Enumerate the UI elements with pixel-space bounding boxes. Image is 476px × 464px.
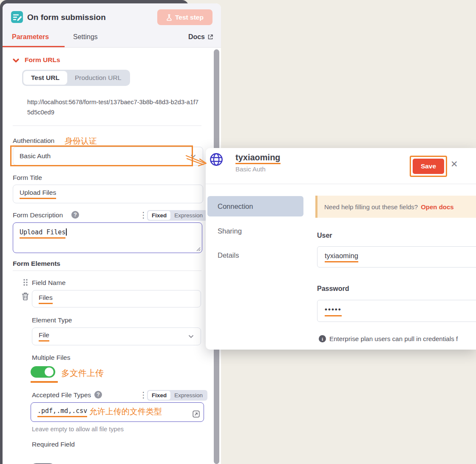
expression-expand-icon[interactable] [193, 410, 200, 418]
credential-name-text: tyxiaoming [235, 153, 280, 164]
drag-handle-icon[interactable] [23, 279, 28, 286]
select-chevron-icon [188, 335, 194, 338]
field-name-value: Files [39, 294, 53, 304]
tab-sharing[interactable]: Sharing [218, 227, 242, 235]
form-description-label: Form Description [13, 211, 63, 219]
form-elements-heading: Form Elements [13, 260, 60, 268]
form-title-value: Upload Files [20, 189, 56, 199]
divider [13, 125, 201, 126]
test-url-tab[interactable]: Test URL [23, 71, 67, 85]
modal-header-divider [206, 184, 476, 184]
field-name-input[interactable]: Files [32, 290, 201, 307]
required-field-label: Required Field [32, 441, 75, 448]
authentication-select[interactable]: Basic Auth [13, 147, 203, 165]
active-tab-underline [3, 46, 65, 47]
open-docs-link[interactable]: Open docs [421, 203, 454, 211]
divider [13, 270, 201, 271]
mode-fixed[interactable]: Fixed [148, 211, 170, 220]
credential-type: Basic Auth [235, 165, 266, 173]
field-name-label: Field Name [32, 279, 65, 287]
mode-expression[interactable]: Expression [170, 391, 207, 400]
save-button[interactable]: Save [413, 159, 444, 174]
element-type-select[interactable]: File [32, 327, 201, 345]
flask-icon [166, 14, 172, 21]
select-chevron-icon [190, 154, 196, 158]
tab-parameters[interactable]: Parameters [12, 33, 49, 41]
docs-link[interactable]: Docs [188, 33, 213, 41]
form-node-icon [10, 10, 24, 24]
form-description-value: Upload Files [20, 228, 65, 239]
authentication-label: Authentication [13, 137, 54, 145]
enterprise-note-text: Enterprise plan users can pull in creden… [329, 335, 458, 342]
accepted-types-mode-switch: Fixed Expression [147, 390, 207, 401]
multiple-files-label: Multiple Files [32, 354, 70, 362]
multiple-files-toggle[interactable] [31, 366, 55, 378]
element-type-value: File [39, 331, 49, 342]
node-settings-panel: On form submission Test step Parameters … [3, 3, 221, 464]
kebab-menu-icon[interactable]: ⋮ [139, 391, 147, 399]
mode-fixed[interactable]: Fixed [148, 391, 170, 400]
url-type-switch: Test URL Production URL [22, 70, 130, 86]
credential-name: tyxiaoming [235, 153, 280, 162]
multiple-files-annotation-underline [31, 381, 58, 383]
tab-details[interactable]: Details [218, 251, 239, 259]
collapse-chevron-icon[interactable] [13, 58, 19, 63]
mode-expression[interactable]: Expression [170, 211, 207, 220]
node-title: On form submission [27, 13, 106, 22]
resize-handle-icon[interactable] [196, 247, 201, 251]
accepted-file-types-value: .pdf,.md,.csv [37, 407, 87, 417]
user-value: tyxiaoming [325, 252, 358, 262]
panel-header: On form submission Test step Parameters … [3, 3, 221, 48]
accepted-file-types-label: Accepted File Types [32, 391, 91, 399]
element-type-label: Element Type [32, 316, 72, 324]
help-icon[interactable]: ? [71, 211, 79, 219]
text-caret [66, 228, 67, 236]
accepted-file-types-helper: Leave empty to allow all file types [32, 426, 124, 433]
kebab-menu-icon[interactable]: ⋮ [139, 211, 147, 219]
help-icon[interactable]: ? [94, 391, 102, 399]
tab-connection[interactable]: Connection [207, 196, 303, 216]
password-label: Password [317, 285, 349, 293]
form-test-url[interactable]: http://localhost:5678/form-test/137baec7… [27, 97, 199, 117]
multiple-files-annotation-zh: 多文件上传 [61, 367, 104, 379]
user-label: User [317, 232, 332, 239]
form-description-textarea[interactable]: Upload Files [13, 222, 202, 253]
info-icon: i [319, 335, 326, 342]
help-notice-text: Need help filling out these fields? [324, 203, 418, 211]
authentication-annotation-zh: 身份认证 [65, 136, 97, 147]
globe-icon [209, 152, 224, 167]
credential-modal: tyxiaoming Basic Auth Save ✕ Connection … [206, 148, 476, 350]
docs-link-label: Docs [188, 33, 205, 41]
trash-icon[interactable] [22, 292, 29, 300]
password-input[interactable]: ••••• [317, 300, 476, 322]
test-step-button[interactable]: Test step [157, 9, 212, 25]
tab-connection-label: Connection [218, 202, 253, 211]
form-title-input[interactable]: Upload Files [13, 185, 203, 203]
production-url-tab[interactable]: Production URL [67, 71, 129, 85]
tab-settings[interactable]: Settings [73, 33, 98, 41]
password-value: ••••• [325, 305, 342, 316]
form-title-label: Form Title [13, 174, 42, 182]
authentication-value: Basic Auth [20, 152, 51, 160]
toggle-knob [45, 367, 54, 376]
test-step-label: Test step [175, 14, 204, 21]
description-mode-switch: Fixed Expression [147, 210, 207, 221]
form-urls-section-label[interactable]: Form URLs [25, 56, 60, 64]
user-input[interactable]: tyxiaoming [317, 246, 476, 268]
enterprise-note: i Enterprise plan users can pull in cred… [319, 335, 476, 342]
close-icon[interactable]: ✕ [450, 159, 458, 169]
external-link-icon [207, 34, 213, 40]
help-notice-banner: Need help filling out these fields? Open… [315, 196, 476, 218]
accepted-file-types-annotation-zh: 允许上传的文件类型 [89, 406, 162, 417]
